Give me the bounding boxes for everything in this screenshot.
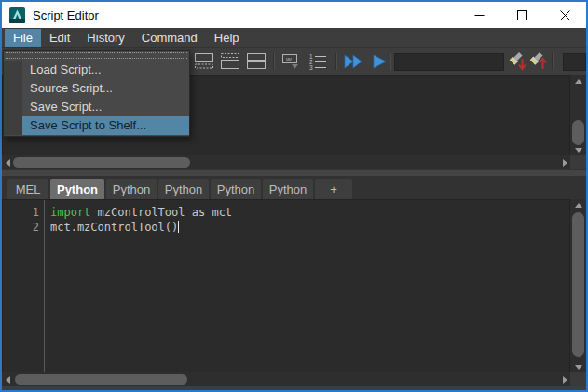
code-line[interactable]: 1import mzControlTool as mct bbox=[3, 205, 569, 220]
search-up-icon[interactable] bbox=[528, 52, 548, 73]
toolbar-separator bbox=[552, 53, 553, 70]
execute-icon[interactable] bbox=[369, 52, 390, 71]
pane-splitter[interactable] bbox=[2, 169, 586, 176]
menu-item-label: Source Script... bbox=[22, 79, 189, 98]
toolbar-separator bbox=[390, 53, 390, 70]
maximize-icon bbox=[517, 10, 527, 20]
scroll-right-icon[interactable] bbox=[559, 155, 570, 169]
scroll-up-icon[interactable] bbox=[570, 199, 586, 210]
menu-item-gutter bbox=[4, 98, 22, 116]
gutter-separator bbox=[44, 200, 45, 372]
tab-python-2[interactable]: Python bbox=[106, 179, 157, 199]
scroll-up-icon[interactable] bbox=[570, 75, 586, 87]
maximize-button[interactable] bbox=[500, 2, 543, 28]
code-lines: 1import mzControlTool as mct2mct.mzContr… bbox=[3, 205, 569, 235]
scroll-down-icon[interactable] bbox=[570, 361, 586, 372]
menu-item-label: Save Script to Shelf... bbox=[22, 116, 189, 135]
history-vertical-scrollbar[interactable] bbox=[570, 75, 586, 155]
menu-item-label: Save Script... bbox=[22, 98, 189, 116]
toolbar-separator bbox=[273, 53, 274, 70]
menu-file[interactable]: File bbox=[5, 29, 41, 47]
scrollbar-thumb[interactable] bbox=[15, 374, 187, 385]
toolbar-edge-field[interactable] bbox=[563, 53, 586, 71]
minimize-button[interactable] bbox=[458, 2, 500, 28]
tab-python-1[interactable]: Python bbox=[50, 179, 104, 199]
editor-vertical-scrollbar[interactable] bbox=[570, 199, 586, 372]
tear-off-handle[interactable] bbox=[6, 52, 187, 59]
file-menu-item[interactable]: Save Script... bbox=[4, 98, 189, 116]
menu-item-gutter bbox=[4, 116, 22, 135]
scrollbar-thumb[interactable] bbox=[572, 120, 584, 145]
scrollbar-corner bbox=[570, 155, 586, 169]
window-title: Script Editor bbox=[33, 8, 99, 22]
add-tab-button[interactable]: + bbox=[315, 179, 352, 199]
file-menu-item[interactable]: Load Script... bbox=[4, 61, 189, 79]
code-text: import mzControlTool as mct bbox=[44, 205, 232, 220]
file-menu-item[interactable]: Save Script to Shelf... bbox=[4, 116, 189, 135]
maya-logo-icon bbox=[9, 7, 25, 23]
menu-edit[interactable]: Edit bbox=[41, 29, 78, 47]
code-text: mct.mzControlTool() bbox=[44, 220, 179, 235]
line-numbers-icon[interactable]: 1 2 3 bbox=[308, 52, 328, 71]
search-input[interactable] bbox=[394, 53, 504, 71]
file-menu-item[interactable]: Source Script... bbox=[4, 79, 189, 98]
scroll-left-icon[interactable] bbox=[2, 372, 13, 386]
menu-history[interactable]: History bbox=[78, 29, 132, 47]
svg-text:w: w bbox=[285, 55, 292, 63]
toolbar-separator bbox=[335, 53, 336, 70]
code-line[interactable]: 2mct.mzControlTool() bbox=[3, 220, 569, 235]
scroll-left-icon[interactable] bbox=[2, 155, 13, 169]
script-editor-window: Script Editor FileEditHistoryCommandHelp bbox=[0, 0, 588, 392]
scrollbar-corner bbox=[570, 372, 586, 386]
scrollbar-thumb[interactable] bbox=[13, 157, 190, 168]
text-caret bbox=[178, 221, 179, 233]
tab-python-3[interactable]: Python bbox=[158, 179, 209, 199]
menu-help[interactable]: Help bbox=[206, 29, 248, 47]
svg-text:3: 3 bbox=[309, 64, 313, 71]
scroll-right-icon[interactable] bbox=[559, 372, 570, 386]
panel-history-dashed-bottom-icon[interactable] bbox=[194, 52, 214, 70]
close-icon bbox=[560, 10, 570, 20]
panel-dashed-top-icon[interactable] bbox=[220, 52, 240, 70]
menu-command[interactable]: Command bbox=[133, 29, 206, 47]
editor-horizontal-scrollbar[interactable] bbox=[2, 372, 570, 386]
menu-item-label: Load Script... bbox=[22, 61, 189, 79]
scrollbar-thumb[interactable] bbox=[572, 212, 584, 357]
minimize-icon bbox=[474, 10, 485, 20]
panel-both-solid-icon[interactable] bbox=[246, 52, 267, 70]
menu-item-gutter bbox=[4, 61, 22, 79]
window-controls bbox=[458, 2, 586, 28]
echo-commands-icon[interactable]: w bbox=[280, 52, 303, 71]
execute-all-icon[interactable] bbox=[342, 52, 366, 71]
titlebar: Script Editor bbox=[2, 2, 586, 28]
line-number: 2 bbox=[3, 220, 44, 235]
tab-mel-0[interactable]: MEL bbox=[7, 179, 48, 199]
search-down-icon[interactable] bbox=[508, 52, 527, 73]
history-horizontal-scrollbar[interactable] bbox=[2, 155, 570, 169]
menu-bar: FileEditHistoryCommandHelp bbox=[2, 28, 586, 48]
tab-python-5[interactable]: Python bbox=[263, 179, 313, 199]
tab-python-4[interactable]: Python bbox=[211, 179, 261, 199]
line-number: 1 bbox=[3, 205, 44, 220]
file-menu-dropdown: Load Script...Source Script...Save Scrip… bbox=[3, 50, 190, 137]
code-editor[interactable]: 1import mzControlTool as mct2mct.mzContr… bbox=[2, 199, 570, 372]
close-button[interactable] bbox=[543, 2, 586, 28]
scroll-down-icon[interactable] bbox=[570, 144, 586, 155]
tab-bar: MELPythonPythonPythonPythonPython+ bbox=[2, 176, 586, 199]
menu-item-gutter bbox=[4, 79, 22, 98]
